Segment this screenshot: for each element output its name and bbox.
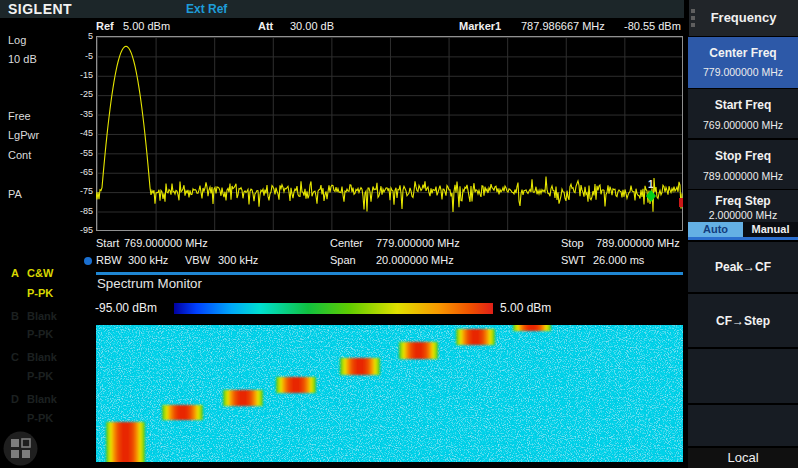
svg-text:1: 1	[648, 179, 654, 190]
